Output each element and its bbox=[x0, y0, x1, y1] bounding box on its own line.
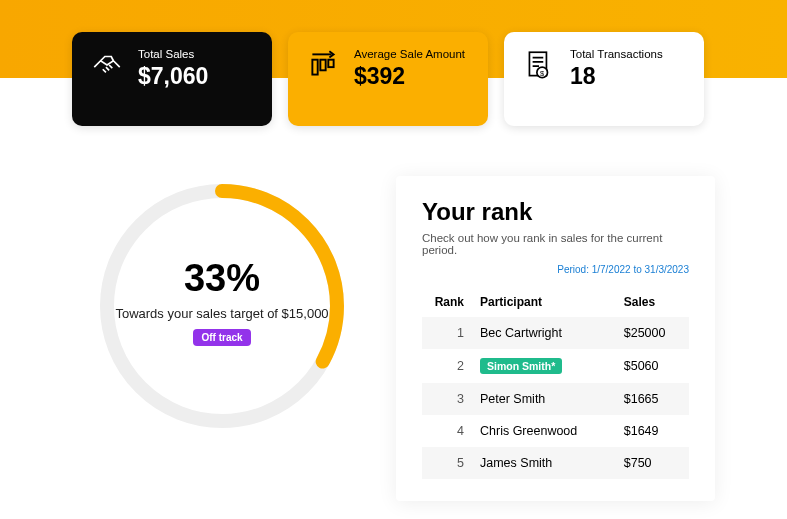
cell-rank: 1 bbox=[422, 317, 472, 349]
card-label: Total Sales bbox=[138, 48, 208, 60]
card-label: Average Sale Amount bbox=[354, 48, 465, 60]
rank-subtitle: Check out how you rank in sales for the … bbox=[422, 232, 689, 256]
cell-rank: 4 bbox=[422, 415, 472, 447]
col-rank: Rank bbox=[422, 287, 472, 317]
card-value: $7,060 bbox=[138, 63, 208, 90]
table-row: 1Bec Cartwright$25000 bbox=[422, 317, 689, 349]
rank-table: Rank Participant Sales 1Bec Cartwright$2… bbox=[422, 287, 689, 479]
sales-target-progress: 33% Towards your sales target of $15,000… bbox=[72, 176, 372, 501]
progress-percent: 33% bbox=[92, 257, 352, 300]
rank-title: Your rank bbox=[422, 198, 689, 226]
current-user-badge: Simon Smith* bbox=[480, 358, 562, 374]
rank-panel: Your rank Check out how you rank in sale… bbox=[396, 176, 715, 501]
cell-sales: $750 bbox=[616, 447, 689, 479]
col-sales: Sales bbox=[616, 287, 689, 317]
table-row: 3Peter Smith$1665 bbox=[422, 383, 689, 415]
cell-participant: Peter Smith bbox=[472, 383, 616, 415]
bars-icon bbox=[306, 48, 340, 82]
table-row: 2Simon Smith*$5060 bbox=[422, 349, 689, 383]
cell-sales: $1649 bbox=[616, 415, 689, 447]
col-participant: Participant bbox=[472, 287, 616, 317]
card-transactions: $ Total Transactions 18 bbox=[504, 32, 704, 126]
cell-sales: $25000 bbox=[616, 317, 689, 349]
card-total-sales: Total Sales $7,060 bbox=[72, 32, 272, 126]
progress-subtitle: Towards your sales target of $15,000 bbox=[92, 306, 352, 321]
cell-sales: $1665 bbox=[616, 383, 689, 415]
cell-participant: Bec Cartwright bbox=[472, 317, 616, 349]
card-value: $392 bbox=[354, 63, 465, 90]
card-avg-sale: Average Sale Amount $392 bbox=[288, 32, 488, 126]
svg-rect-2 bbox=[328, 60, 333, 67]
table-row: 5James Smith$750 bbox=[422, 447, 689, 479]
svg-rect-1 bbox=[320, 60, 325, 71]
cell-participant: Simon Smith* bbox=[472, 349, 616, 383]
svg-rect-0 bbox=[312, 60, 317, 75]
handshake-icon bbox=[90, 48, 124, 82]
table-row: 4Chris Greenwood$1649 bbox=[422, 415, 689, 447]
cell-participant: Chris Greenwood bbox=[472, 415, 616, 447]
rank-period: Period: 1/7/2022 to 31/3/2023 bbox=[422, 264, 689, 275]
cell-sales: $5060 bbox=[616, 349, 689, 383]
cell-rank: 3 bbox=[422, 383, 472, 415]
cell-rank: 5 bbox=[422, 447, 472, 479]
cell-participant: James Smith bbox=[472, 447, 616, 479]
summary-cards: Total Sales $7,060 Average Sale Amount $… bbox=[72, 32, 715, 126]
card-value: 18 bbox=[570, 63, 663, 90]
card-label: Total Transactions bbox=[570, 48, 663, 60]
cell-rank: 2 bbox=[422, 349, 472, 383]
status-badge: Off track bbox=[193, 329, 250, 346]
receipt-icon: $ bbox=[522, 48, 556, 82]
